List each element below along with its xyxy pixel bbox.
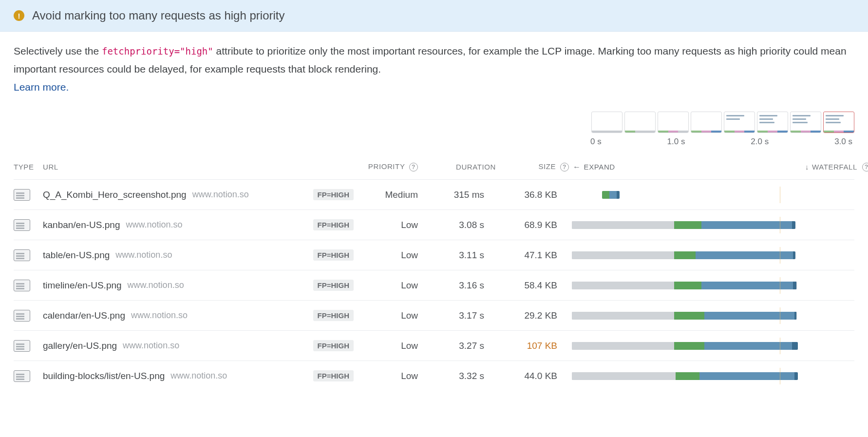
image-type-icon — [14, 310, 30, 322]
table-row[interactable]: timeline/en-US.pngwww.notion.soFP=HIGHLo… — [14, 270, 854, 300]
timeline-tick: 3.0 s — [834, 137, 852, 147]
request-host: www.notion.so — [192, 190, 249, 200]
request-path: Q_A_Kombi_Hero_screenshot.png — [43, 190, 187, 200]
priority-value: Low — [379, 371, 418, 381]
th-priority-label: PRIORITY — [368, 162, 405, 171]
arrow-left-icon: ← — [573, 163, 581, 171]
duration-value: 3.27 s — [418, 341, 496, 351]
fetchpriority-badge: FP=HIGH — [313, 189, 354, 200]
duration-value: 3.08 s — [418, 220, 496, 230]
warning-icon: ! — [14, 10, 24, 21]
fetchpriority-badge: FP=HIGH — [313, 249, 354, 261]
th-duration[interactable]: DURATION — [418, 163, 496, 171]
fetchpriority-badge: FP=HIGH — [313, 280, 354, 291]
size-value: 44.0 KB — [496, 371, 569, 381]
th-size-label: SIZE — [538, 162, 556, 171]
audit-title: Avoid marking too many requests as high … — [32, 9, 284, 22]
th-waterfall: ← EXPAND — [569, 163, 642, 171]
duration-value: 3.32 s — [418, 371, 496, 381]
size-value: 107 KB — [496, 341, 569, 351]
description-text-before: Selectively use the — [14, 45, 102, 57]
priority-value: Low — [379, 280, 418, 291]
waterfall-bar — [569, 250, 868, 261]
timeline-scale: 0 s1.0 s2.0 s3.0 s — [14, 137, 854, 147]
image-type-icon — [14, 370, 30, 382]
image-type-icon — [14, 340, 30, 352]
help-icon[interactable]: ? — [560, 163, 569, 171]
timeline-area: 0 s1.0 s2.0 s3.0 s — [0, 112, 868, 147]
waterfall-bar — [569, 190, 868, 200]
size-value: 29.2 KB — [496, 310, 569, 321]
filmstrip-thumb-selected[interactable] — [823, 112, 854, 133]
waterfall-bar — [569, 371, 868, 381]
fetchpriority-badge: FP=HIGH — [313, 310, 354, 321]
table-row[interactable]: gallery/en-US.pngwww.notion.soFP=HIGHLow… — [14, 330, 854, 361]
sort-desc-icon: ↓ — [805, 163, 809, 171]
request-host: www.notion.so — [126, 220, 182, 230]
request-host: www.notion.so — [170, 371, 227, 381]
timeline-tick: 1.0 s — [667, 137, 685, 147]
th-waterfall-col[interactable]: ↓ WATERFALL ? — [642, 163, 868, 171]
fetchpriority-badge: FP=HIGH — [313, 340, 354, 351]
priority-value: Low — [379, 220, 418, 230]
filmstrip-thumb[interactable] — [624, 112, 656, 133]
expand-button[interactable]: ← EXPAND — [573, 163, 615, 171]
learn-more-link[interactable]: Learn more. — [14, 78, 69, 96]
request-path: calendar/en-US.png — [43, 310, 125, 321]
priority-value: Medium — [379, 190, 418, 200]
image-type-icon — [14, 219, 30, 231]
image-type-icon — [14, 189, 30, 201]
filmstrip-thumb[interactable] — [658, 112, 689, 133]
duration-value: 3.11 s — [418, 250, 496, 261]
size-value: 36.8 KB — [496, 190, 569, 200]
request-path: gallery/en-US.png — [43, 341, 117, 351]
priority-value: Low — [379, 341, 418, 351]
duration-value: 3.17 s — [418, 310, 496, 321]
size-value: 58.4 KB — [496, 280, 569, 291]
request-host: www.notion.so — [131, 310, 188, 321]
audit-description: Selectively use the fetchpriority="high"… — [0, 32, 868, 100]
table-row[interactable]: kanban/en-US.pngwww.notion.soFP=HIGHLow3… — [14, 209, 854, 240]
table-row[interactable]: table/en-US.pngwww.notion.soFP=HIGHLow3.… — [14, 240, 854, 270]
request-path: kanban/en-US.png — [43, 220, 120, 230]
th-waterfall-label: WATERFALL — [812, 163, 857, 171]
duration-value: 315 ms — [418, 190, 496, 200]
waterfall-bar — [569, 280, 868, 291]
waterfall-bar — [569, 310, 868, 321]
timeline-tick: 0 s — [590, 137, 602, 147]
filmstrip — [591, 112, 854, 133]
filmstrip-thumb[interactable] — [591, 112, 623, 133]
request-host: www.notion.so — [115, 250, 172, 260]
code-snippet: fetchpriority="high" — [102, 46, 213, 57]
filmstrip-thumb[interactable] — [724, 112, 755, 133]
request-path: timeline/en-US.png — [43, 280, 122, 291]
size-value: 68.9 KB — [496, 220, 569, 230]
request-path: table/en-US.png — [43, 250, 110, 261]
size-value: 47.1 KB — [496, 250, 569, 261]
help-icon[interactable]: ? — [409, 163, 418, 171]
request-host: www.notion.so — [128, 280, 184, 290]
duration-value: 3.16 s — [418, 280, 496, 291]
waterfall-bar — [569, 220, 868, 230]
image-type-icon — [14, 249, 30, 261]
th-size[interactable]: SIZE ? — [496, 162, 569, 171]
audit-banner: ! Avoid marking too many requests as hig… — [0, 0, 868, 32]
fetchpriority-badge: FP=HIGH — [313, 219, 354, 230]
filmstrip-thumb[interactable] — [691, 112, 722, 133]
filmstrip-thumb[interactable] — [790, 112, 821, 133]
timeline-tick: 2.0 s — [751, 137, 769, 147]
image-type-icon — [14, 280, 30, 291]
table-row[interactable]: Q_A_Kombi_Hero_screenshot.pngwww.notion.… — [14, 179, 854, 209]
priority-value: Low — [379, 250, 418, 261]
fetchpriority-badge: FP=HIGH — [313, 370, 354, 381]
requests-table: TYPE URL PRIORITY ? DURATION SIZE ? ← EX… — [0, 157, 868, 391]
expand-label: EXPAND — [584, 163, 615, 171]
filmstrip-thumb[interactable] — [757, 112, 788, 133]
help-icon[interactable]: ? — [862, 163, 868, 171]
th-url[interactable]: URL — [43, 163, 325, 171]
table-row[interactable]: calendar/en-US.pngwww.notion.soFP=HIGHLo… — [14, 300, 854, 330]
th-type[interactable]: TYPE — [14, 163, 43, 171]
table-row[interactable]: building-blocks/list/en-US.pngwww.notion… — [14, 361, 854, 391]
th-priority[interactable]: PRIORITY ? — [325, 162, 418, 171]
request-path: building-blocks/list/en-US.png — [43, 371, 165, 381]
